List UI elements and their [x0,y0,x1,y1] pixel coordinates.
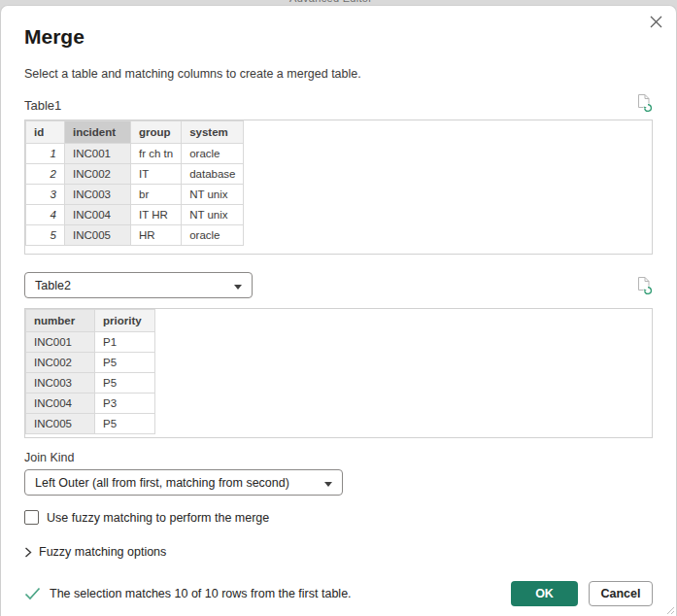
table-row: 4 INC004 IT HR NT unix [26,205,244,225]
ok-button[interactable]: OK [511,581,578,606]
match-status: The selection matches 10 of 10 rows from… [24,587,511,600]
column-header-system[interactable]: system [182,121,244,144]
table-cell[interactable]: INC001 [26,332,95,353]
join-kind-select[interactable]: Left Outer (all from first, matching fro… [24,469,343,496]
table1-grid: id incident group system 1 INC001 fr ch … [25,120,244,246]
document-refresh-icon [635,93,653,113]
table-cell[interactable]: br [131,185,182,205]
table-cell[interactable]: IT HR [131,205,182,225]
table-cell[interactable]: P1 [95,332,155,353]
table-cell[interactable]: 3 [26,185,65,205]
table-cell[interactable]: INC002 [65,164,131,185]
table-cell[interactable]: P5 [95,353,155,373]
join-kind-value: Left Outer (all from first, matching fro… [35,476,289,490]
table2-select-value: Table2 [35,279,71,292]
cancel-button[interactable]: Cancel [589,581,653,606]
table-row: INC003 P5 [26,373,155,394]
column-header-incident-selected[interactable]: incident [65,121,131,144]
table2-grid: number priority INC001 P1 INC002 P5 INC0… [25,309,155,434]
chevron-down-icon [234,285,242,290]
table-row: 5 INC005 HR oracle [26,225,244,246]
dialog-title: Merge [24,25,653,49]
table-row: 3 INC003 br NT unix [26,185,244,205]
table2-select[interactable]: Table2 [24,272,253,298]
merge-dialog: Merge Select a table and matching column… [0,5,677,616]
resize-gripper-icon [664,604,674,614]
refresh-table2-button[interactable] [635,276,653,295]
table-cell[interactable]: NT unix [182,185,244,205]
table1-label: Table1 [24,98,61,113]
column-header-id[interactable]: id [26,121,65,144]
table-cell[interactable]: P5 [95,373,155,394]
fuzzy-options-expander[interactable]: Fuzzy matching options [24,545,653,559]
fuzzy-matching-checkbox-row: Use fuzzy matching to perform the merge [24,510,653,525]
table-cell[interactable]: INC005 [65,225,131,246]
table-cell[interactable]: IT [131,164,182,185]
match-status-text: The selection matches 10 of 10 rows from… [50,587,352,600]
table-row: INC005 P5 [26,414,155,434]
table-cell[interactable]: INC003 [65,185,131,205]
table-row: INC004 P3 [26,394,155,414]
table-cell[interactable]: INC004 [26,394,95,414]
table1-preview: id incident group system 1 INC001 fr ch … [24,120,653,255]
table-row: INC002 P5 [26,353,155,373]
table-cell[interactable]: P5 [95,414,155,434]
close-icon [650,16,662,28]
background-window-caption: Advanced Editor [289,0,372,4]
table-cell[interactable]: oracle [182,225,244,246]
checkmark-icon [24,587,41,600]
table-cell[interactable]: oracle [182,144,244,164]
fuzzy-matching-checkbox[interactable] [24,510,39,525]
table-cell[interactable]: 2 [26,164,65,185]
table-row: 2 INC002 IT database [26,164,244,185]
column-header-priority[interactable]: priority [95,310,155,332]
chevron-right-icon [24,547,32,558]
table2-header-row: number priority [26,310,155,332]
table-cell[interactable]: NT unix [182,205,244,225]
column-header-group[interactable]: group [131,121,182,144]
close-button[interactable] [647,13,664,30]
table-cell[interactable]: INC005 [26,414,95,434]
table-cell[interactable]: database [182,164,244,185]
table-cell[interactable]: INC002 [26,353,95,373]
table1-header-row: id incident group system [26,121,244,144]
table-row: 1 INC001 fr ch tn oracle [26,144,244,164]
document-refresh-icon [635,276,653,295]
table-cell[interactable]: INC004 [65,205,131,225]
chevron-down-icon [324,482,332,487]
join-kind-label: Join Kind [24,451,653,464]
refresh-table1-button[interactable] [635,93,653,113]
table-cell[interactable]: HR [131,225,182,246]
column-header-number-selected[interactable]: number [26,310,95,332]
table-cell[interactable]: INC003 [26,373,95,394]
table-cell[interactable]: 5 [26,225,65,246]
resize-gripper[interactable] [664,604,674,614]
table-cell[interactable]: P3 [95,394,155,414]
table-cell[interactable]: INC001 [65,144,131,164]
table-cell[interactable]: 4 [26,205,65,225]
table2-preview: number priority INC001 P1 INC002 P5 INC0… [24,308,653,438]
table-cell[interactable]: 1 [26,144,65,164]
table-row: INC001 P1 [26,332,155,353]
fuzzy-matching-checkbox-label: Use fuzzy matching to perform the merge [47,511,269,525]
dialog-subtitle: Select a table and matching columns to c… [24,67,653,81]
table-cell[interactable]: fr ch tn [131,144,182,164]
fuzzy-options-label: Fuzzy matching options [39,545,166,559]
